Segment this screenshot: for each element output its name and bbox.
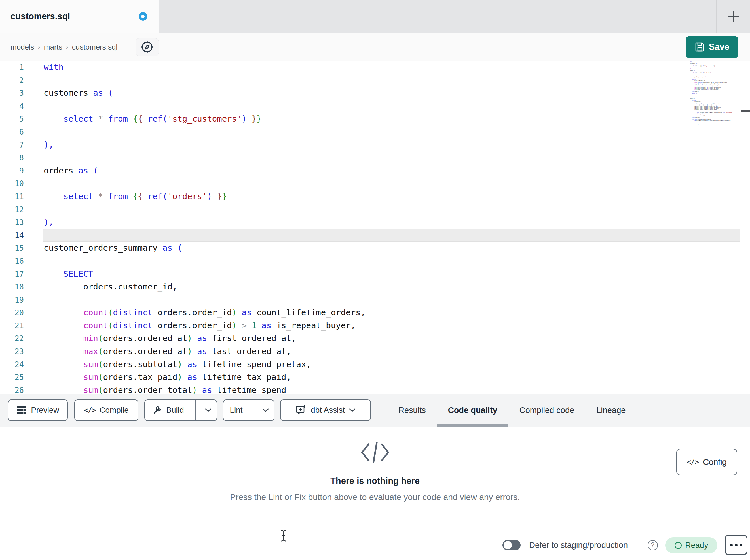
line-number: 2: [0, 74, 24, 87]
line-number: 8: [0, 151, 24, 164]
tab-customers-sql[interactable]: customers.sql: [0, 0, 159, 33]
minimap-content: withcustomers as ( select * from {{ ref(…: [683, 61, 741, 125]
save-button[interactable]: Save: [686, 36, 738, 58]
code-lines: 1with23customers as (45 select * from {{…: [0, 61, 750, 394]
results-tab-list: Results Code quality Compiled code Linea…: [398, 394, 626, 427]
config-button-label: Config: [703, 457, 727, 467]
code-icon: </>: [84, 406, 96, 414]
build-split-divider: [195, 400, 196, 420]
dot: [735, 544, 737, 546]
code-line-12[interactable]: 12: [0, 203, 750, 216]
new-tab-button[interactable]: [723, 6, 745, 28]
more-options-button[interactable]: [725, 535, 747, 555]
line-number: 11: [0, 190, 24, 203]
save-icon: [695, 42, 705, 52]
line-number: 26: [0, 384, 24, 394]
breadcrumb-item-models[interactable]: models: [11, 43, 34, 51]
code-line-20[interactable]: 20 count(distinct orders.order_id) as co…: [0, 306, 750, 319]
dbt-assist-button[interactable]: dbt Assist: [280, 399, 371, 421]
tab-results[interactable]: Results: [398, 394, 426, 427]
empty-state-description: Press the Lint or Fix button above to ev…: [0, 492, 750, 502]
preview-button-label: Preview: [31, 406, 59, 415]
defer-toggle[interactable]: [502, 540, 520, 551]
line-number: 6: [0, 125, 24, 139]
file-header-bar: models › marts › customers.sql Save: [0, 33, 750, 61]
help-icon[interactable]: ?: [648, 540, 658, 551]
table-icon: [16, 405, 27, 415]
code-line-18[interactable]: 18 orders.customer_id,: [0, 281, 750, 293]
line-number: 25: [0, 371, 24, 384]
code-line-13[interactable]: 13),: [0, 216, 750, 229]
code-line-4[interactable]: 4: [0, 100, 750, 113]
build-button-main[interactable]: Build: [145, 400, 191, 420]
line-number: 10: [0, 177, 24, 190]
code-line-3[interactable]: 3customers as (: [0, 87, 750, 100]
line-number: 15: [0, 242, 24, 255]
status-bar: Defer to staging/production ? Ready: [0, 532, 750, 558]
compile-button[interactable]: </> Compile: [74, 399, 138, 421]
dot: [730, 544, 733, 546]
tab-lineage[interactable]: Lineage: [596, 394, 626, 427]
config-button[interactable]: </> Config: [676, 449, 737, 475]
line-number: 17: [0, 268, 24, 281]
code-line-1[interactable]: 1with: [0, 61, 750, 74]
code-line-23[interactable]: 23 max(orders.ordered_at) as last_ordere…: [0, 345, 750, 358]
explore-lineage-button[interactable]: [136, 38, 159, 56]
code-line-6[interactable]: 6: [0, 125, 750, 139]
line-number: 5: [0, 112, 24, 125]
line-number: 7: [0, 139, 24, 151]
ready-label: Ready: [685, 541, 708, 550]
code-line-19[interactable]: 19: [0, 293, 750, 307]
breadcrumb-item-marts[interactable]: marts: [44, 43, 62, 51]
lint-split-divider: [253, 400, 254, 420]
line-number: 12: [0, 203, 24, 216]
code-line-5[interactable]: 5 select * from {{ ref('stg_customers') …: [0, 112, 750, 125]
code-line-16[interactable]: 16: [0, 255, 750, 268]
code-editor[interactable]: 1with23customers as (45 select * from {{…: [0, 61, 750, 394]
preview-button[interactable]: Preview: [8, 399, 68, 421]
build-button[interactable]: Build: [144, 399, 217, 421]
build-button-label: Build: [166, 406, 184, 415]
line-number: 3: [0, 87, 24, 100]
breadcrumb: models › marts › customers.sql: [11, 33, 117, 61]
code-line-10[interactable]: 10: [0, 177, 750, 190]
code-line-25[interactable]: 25 sum(orders.tax_paid) as lifetime_tax_…: [0, 371, 750, 384]
ready-ring-icon: [675, 542, 682, 549]
lint-button[interactable]: Lint: [223, 399, 275, 421]
scrollbar-track[interactable]: [741, 61, 750, 394]
line-number: 21: [0, 319, 24, 332]
line-number: 16: [0, 255, 24, 268]
breadcrumb-item-customers-sql[interactable]: customers.sql: [72, 43, 117, 51]
defer-label: Defer to staging/production: [529, 532, 628, 558]
tab-bar-divider: [716, 0, 716, 33]
breadcrumb-separator: ›: [34, 43, 44, 51]
empty-state-title: There is nothing here: [0, 476, 750, 486]
code-line-14[interactable]: 14: [0, 229, 750, 242]
code-line-24[interactable]: 24 sum(orders.subtotal) as lifetime_spen…: [0, 358, 750, 371]
code-line-22[interactable]: 22 min(orders.ordered_at) as first_order…: [0, 332, 750, 345]
build-dropdown[interactable]: [200, 400, 217, 420]
code-line-21[interactable]: 21 count(distinct orders.order_id) > 1 a…: [0, 319, 750, 332]
dbt-ide-window: customers.sql models › marts › customers…: [0, 0, 750, 560]
breadcrumb-separator: ›: [62, 43, 72, 51]
code-line-8[interactable]: 8: [0, 151, 750, 164]
wrench-icon: [152, 405, 162, 415]
code-line-11[interactable]: 11 select * from {{ ref('orders') }}: [0, 190, 750, 203]
chevron-down-icon: [205, 408, 212, 412]
code-line-26[interactable]: 26 sum(orders.order_total) as lifetime_s…: [0, 384, 750, 394]
minimap[interactable]: withcustomers as ( select * from {{ ref(…: [683, 61, 741, 394]
code-line-2[interactable]: 2: [0, 74, 750, 87]
code-line-17[interactable]: 17 SELECT: [0, 268, 750, 281]
assist-chat-icon: [295, 405, 307, 416]
code-line-9[interactable]: 9orders as (: [0, 164, 750, 177]
lint-dropdown[interactable]: [257, 400, 274, 420]
minimap-line: select * from joined: [683, 124, 741, 125]
lint-button-main[interactable]: Lint: [223, 400, 249, 420]
tab-code-quality[interactable]: Code quality: [448, 394, 497, 427]
line-number: 20: [0, 306, 24, 319]
plus-icon: [727, 9, 741, 23]
code-line-7[interactable]: 7),: [0, 139, 750, 151]
code-line-15[interactable]: 15customer_orders_summary as (: [0, 242, 750, 255]
scrollbar-marker[interactable]: [741, 110, 750, 112]
tab-compiled-code[interactable]: Compiled code: [519, 394, 574, 427]
